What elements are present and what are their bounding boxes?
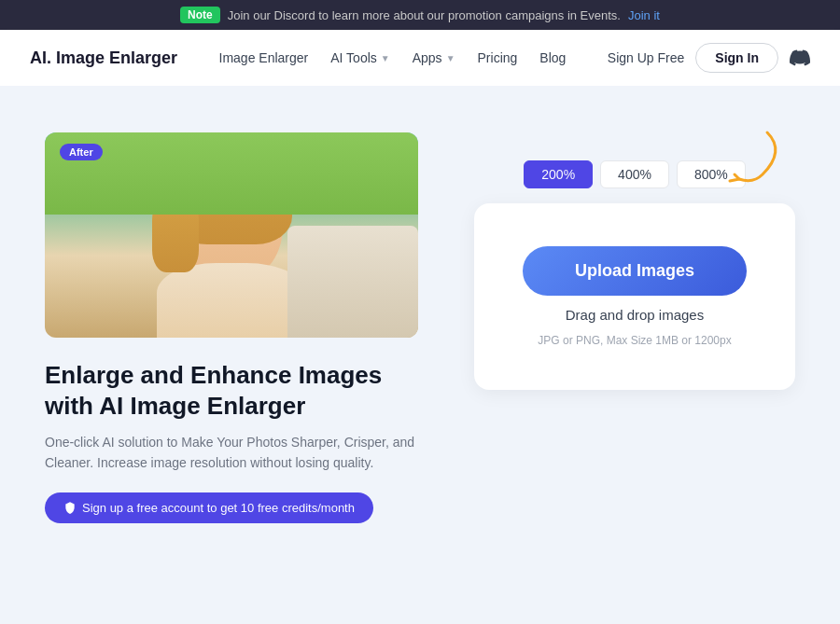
chevron-down-icon: ▼ bbox=[381, 53, 390, 63]
nav-actions: Sign Up Free Sign In bbox=[608, 43, 810, 73]
scale-200-button[interactable]: 200% bbox=[524, 160, 593, 188]
upload-card: Upload Images Drag and drop images JPG o… bbox=[474, 203, 795, 390]
nav-image-enlarger[interactable]: Image Enlarger bbox=[219, 50, 309, 65]
discord-icon[interactable] bbox=[790, 48, 810, 68]
signin-button[interactable]: Sign In bbox=[695, 43, 778, 73]
logo: AI. Image Enlarger bbox=[30, 49, 177, 68]
hero-subtitle: One-click AI solution to Make Your Photo… bbox=[45, 432, 418, 474]
main-nav: Image Enlarger AI Tools ▼ Apps ▼ Pricing… bbox=[219, 50, 567, 65]
arrow-decoration bbox=[711, 123, 786, 188]
after-badge: After bbox=[60, 144, 103, 160]
format-hint: JPG or PNG, Max Size 1MB or 1200px bbox=[538, 334, 731, 347]
nav-ai-tools[interactable]: AI Tools ▼ bbox=[330, 50, 389, 65]
join-link[interactable]: Join it bbox=[628, 8, 660, 22]
nav-pricing[interactable]: Pricing bbox=[478, 50, 518, 65]
header: AI. Image Enlarger Image Enlarger AI Too… bbox=[0, 30, 840, 86]
note-badge: Note bbox=[180, 7, 220, 23]
shield-icon bbox=[63, 501, 77, 514]
hero-title: Enlarge and Enhance Images with AI Image… bbox=[45, 360, 418, 421]
notification-message: Join our Discord to learn more about our… bbox=[228, 8, 621, 22]
cta-button[interactable]: Sign up a free account to get 10 free cr… bbox=[45, 492, 373, 523]
signup-button[interactable]: Sign Up Free bbox=[608, 50, 684, 65]
right-section: 200% 400% 800% Upload Images Drag and dr… bbox=[474, 132, 795, 390]
nav-blog[interactable]: Blog bbox=[539, 50, 566, 65]
cta-label: Sign up a free account to get 10 free cr… bbox=[82, 501, 355, 515]
chevron-down-icon: ▼ bbox=[446, 53, 455, 63]
hero-image: After bbox=[45, 132, 418, 338]
scale-400-button[interactable]: 400% bbox=[600, 160, 669, 188]
left-section: After Enlarge and Enhance Images with AI… bbox=[45, 132, 418, 523]
main-content: After Enlarge and Enhance Images with AI… bbox=[0, 86, 840, 579]
drag-hint: Drag and drop images bbox=[566, 307, 704, 323]
notification-bar: Note Join our Discord to learn more abou… bbox=[0, 0, 840, 30]
nav-apps[interactable]: Apps ▼ bbox=[413, 50, 455, 65]
upload-button[interactable]: Upload Images bbox=[523, 246, 747, 296]
